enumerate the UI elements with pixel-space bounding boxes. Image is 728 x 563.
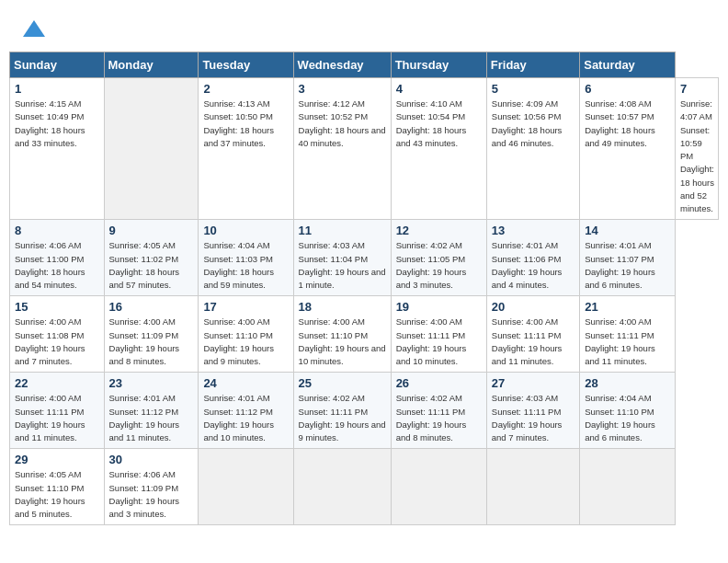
calendar-week-1: 1Sunrise: 4:15 AMSunset: 10:49 PMDayligh… — [10, 78, 719, 220]
calendar-cell — [293, 449, 391, 525]
calendar-cell: 10Sunrise: 4:04 AMSunset: 11:03 PMDaylig… — [199, 220, 293, 296]
calendar-cell: 8Sunrise: 4:06 AMSunset: 11:00 PMDayligh… — [10, 220, 105, 296]
day-number: 20 — [492, 300, 575, 314]
day-number: 10 — [203, 224, 289, 237]
day-number: 26 — [396, 376, 483, 390]
calendar-cell: 2Sunrise: 4:13 AMSunset: 10:50 PMDayligh… — [199, 78, 293, 220]
calendar-cell: 20Sunrise: 4:00 AMSunset: 11:11 PMDaylig… — [486, 296, 579, 373]
day-info: Sunrise: 4:10 AMSunset: 10:54 PMDaylight… — [396, 98, 483, 150]
day-number: 17 — [203, 300, 289, 314]
day-number: 22 — [15, 376, 100, 390]
calendar-cell: 24Sunrise: 4:01 AMSunset: 11:12 PMDaylig… — [199, 373, 293, 449]
weekday-header-friday: Friday — [486, 52, 579, 78]
weekday-header-tuesday: Tuesday — [199, 52, 293, 78]
day-info: Sunrise: 4:09 AMSunset: 10:56 PMDaylight… — [492, 98, 575, 150]
weekday-header-monday: Monday — [104, 52, 199, 78]
calendar-cell: 6Sunrise: 4:08 AMSunset: 10:57 PMDayligh… — [580, 78, 676, 220]
day-info: Sunrise: 4:01 AMSunset: 11:06 PMDaylight… — [492, 239, 575, 292]
calendar-cell: 14Sunrise: 4:01 AMSunset: 11:07 PMDaylig… — [580, 220, 676, 296]
calendar-cell: 18Sunrise: 4:00 AMSunset: 11:10 PMDaylig… — [293, 296, 391, 373]
day-info: Sunrise: 4:00 AMSunset: 11:08 PMDaylight… — [15, 316, 100, 368]
calendar-cell: 3Sunrise: 4:12 AMSunset: 10:52 PMDayligh… — [293, 78, 391, 220]
day-info: Sunrise: 4:00 AMSunset: 11:10 PMDaylight… — [299, 316, 387, 368]
day-info: Sunrise: 4:04 AMSunset: 11:10 PMDaylight… — [585, 392, 671, 444]
calendar-cell — [104, 78, 199, 220]
day-info: Sunrise: 4:08 AMSunset: 10:57 PMDaylight… — [585, 98, 671, 150]
day-number: 23 — [109, 376, 195, 390]
day-number: 13 — [492, 224, 575, 237]
svg-marker-0 — [23, 20, 45, 37]
day-info: Sunrise: 4:03 AMSunset: 11:11 PMDaylight… — [492, 392, 575, 444]
day-number: 1 — [15, 82, 100, 96]
calendar-cell: 7Sunrise: 4:07 AMSunset: 10:59 PMDayligh… — [675, 78, 718, 220]
day-info: Sunrise: 4:13 AMSunset: 10:50 PMDaylight… — [203, 98, 289, 150]
calendar-week-3: 15Sunrise: 4:00 AMSunset: 11:08 PMDaylig… — [10, 296, 719, 373]
day-number: 12 — [396, 224, 483, 237]
day-info: Sunrise: 4:00 AMSunset: 11:11 PMDaylight… — [396, 316, 483, 368]
day-number: 3 — [299, 82, 387, 96]
logo-icon — [21, 17, 47, 42]
calendar-cell: 29Sunrise: 4:05 AMSunset: 11:10 PMDaylig… — [10, 449, 105, 525]
header — [9, 9, 719, 46]
day-number: 29 — [15, 453, 100, 466]
calendar-cell: 22Sunrise: 4:00 AMSunset: 11:11 PMDaylig… — [10, 373, 105, 449]
calendar-week-5: 29Sunrise: 4:05 AMSunset: 11:10 PMDaylig… — [10, 449, 719, 525]
day-info: Sunrise: 4:03 AMSunset: 11:04 PMDaylight… — [299, 239, 387, 292]
day-number: 9 — [109, 224, 195, 237]
day-info: Sunrise: 4:01 AMSunset: 11:07 PMDaylight… — [585, 239, 671, 292]
day-info: Sunrise: 4:02 AMSunset: 11:05 PMDaylight… — [396, 239, 483, 292]
day-info: Sunrise: 4:02 AMSunset: 11:11 PMDaylight… — [299, 392, 387, 444]
calendar-cell: 16Sunrise: 4:00 AMSunset: 11:09 PMDaylig… — [104, 296, 199, 373]
calendar-cell: 26Sunrise: 4:02 AMSunset: 11:11 PMDaylig… — [391, 373, 486, 449]
day-info: Sunrise: 4:00 AMSunset: 11:09 PMDaylight… — [109, 316, 195, 368]
calendar-cell: 12Sunrise: 4:02 AMSunset: 11:05 PMDaylig… — [391, 220, 486, 296]
calendar-cell — [580, 449, 676, 525]
day-number: 15 — [15, 300, 100, 314]
day-info: Sunrise: 4:05 AMSunset: 11:10 PMDaylight… — [15, 468, 100, 521]
day-number: 4 — [396, 82, 483, 96]
day-number: 30 — [109, 453, 195, 466]
day-number: 19 — [396, 300, 483, 314]
day-number: 8 — [15, 224, 100, 237]
day-info: Sunrise: 4:07 AMSunset: 10:59 PMDaylight… — [680, 98, 714, 215]
day-number: 5 — [492, 82, 575, 96]
weekday-header-sunday: Sunday — [10, 52, 105, 78]
day-number: 24 — [203, 376, 289, 390]
calendar-cell: 17Sunrise: 4:00 AMSunset: 11:10 PMDaylig… — [199, 296, 293, 373]
day-info: Sunrise: 4:06 AMSunset: 11:09 PMDaylight… — [109, 468, 195, 521]
calendar-cell: 27Sunrise: 4:03 AMSunset: 11:11 PMDaylig… — [486, 373, 579, 449]
day-info: Sunrise: 4:02 AMSunset: 11:11 PMDaylight… — [396, 392, 483, 444]
day-number: 25 — [299, 376, 387, 390]
day-info: Sunrise: 4:00 AMSunset: 11:11 PMDaylight… — [15, 392, 100, 444]
day-info: Sunrise: 4:00 AMSunset: 11:11 PMDaylight… — [585, 316, 671, 368]
weekday-header-row: SundayMondayTuesdayWednesdayThursdayFrid… — [10, 52, 719, 78]
day-info: Sunrise: 4:01 AMSunset: 11:12 PMDaylight… — [203, 392, 289, 444]
calendar-cell: 25Sunrise: 4:02 AMSunset: 11:11 PMDaylig… — [293, 373, 391, 449]
calendar-cell: 4Sunrise: 4:10 AMSunset: 10:54 PMDayligh… — [391, 78, 486, 220]
calendar-cell: 13Sunrise: 4:01 AMSunset: 11:06 PMDaylig… — [486, 220, 579, 296]
calendar-cell — [199, 449, 293, 525]
day-number: 21 — [585, 300, 671, 314]
calendar-cell: 15Sunrise: 4:00 AMSunset: 11:08 PMDaylig… — [10, 296, 105, 373]
calendar-cell: 21Sunrise: 4:00 AMSunset: 11:11 PMDaylig… — [580, 296, 676, 373]
weekday-header-wednesday: Wednesday — [293, 52, 391, 78]
day-info: Sunrise: 4:04 AMSunset: 11:03 PMDaylight… — [203, 239, 289, 292]
calendar-cell: 11Sunrise: 4:03 AMSunset: 11:04 PMDaylig… — [293, 220, 391, 296]
day-info: Sunrise: 4:00 AMSunset: 11:11 PMDaylight… — [492, 316, 575, 368]
weekday-header-saturday: Saturday — [580, 52, 676, 78]
day-info: Sunrise: 4:00 AMSunset: 11:10 PMDaylight… — [203, 316, 289, 368]
day-info: Sunrise: 4:15 AMSunset: 10:49 PMDaylight… — [15, 98, 100, 150]
day-info: Sunrise: 4:01 AMSunset: 11:12 PMDaylight… — [109, 392, 195, 444]
day-info: Sunrise: 4:05 AMSunset: 11:02 PMDaylight… — [109, 239, 195, 292]
calendar-cell: 5Sunrise: 4:09 AMSunset: 10:56 PMDayligh… — [486, 78, 579, 220]
day-number: 16 — [109, 300, 195, 314]
day-number: 14 — [585, 224, 671, 237]
day-info: Sunrise: 4:12 AMSunset: 10:52 PMDaylight… — [299, 98, 387, 150]
calendar: SundayMondayTuesdayWednesdayThursdayFrid… — [9, 52, 719, 525]
calendar-week-2: 8Sunrise: 4:06 AMSunset: 11:00 PMDayligh… — [10, 220, 719, 296]
logo — [18, 17, 47, 42]
day-number: 28 — [585, 376, 671, 390]
day-info: Sunrise: 4:06 AMSunset: 11:00 PMDaylight… — [15, 239, 100, 292]
calendar-cell: 1Sunrise: 4:15 AMSunset: 10:49 PMDayligh… — [10, 78, 105, 220]
day-number: 7 — [680, 82, 714, 96]
